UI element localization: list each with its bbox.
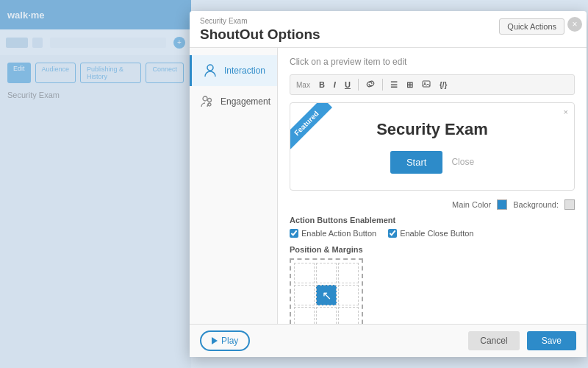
modal-body: Interaction Engagement Click on a previe… [190, 48, 587, 324]
enable-close-checkbox[interactable] [388, 229, 397, 238]
editor-toolbar: Max B I U ☰ ⊞ [290, 74, 575, 95]
pos-cell-0-2[interactable] [338, 263, 359, 283]
preview-close-x[interactable]: × [564, 107, 568, 116]
position-label: Position & Margins [290, 245, 575, 254]
color-row: Main Color Background: [290, 199, 575, 210]
svg-point-0 [207, 65, 213, 71]
modal-nav: Interaction Engagement [190, 48, 278, 324]
enable-close-label: Enable Close Button [400, 229, 473, 238]
engagement-icon [200, 93, 215, 110]
enable-action-checkbox-item[interactable]: Enable Action Button [290, 229, 376, 238]
main-color-swatch[interactable] [497, 199, 507, 210]
pos-cell-2-1[interactable] [316, 307, 337, 324]
svg-point-2 [208, 99, 212, 102]
pos-cell-1-0[interactable] [294, 285, 315, 305]
pos-cell-0-0[interactable] [294, 263, 315, 283]
bold-button[interactable]: B [316, 79, 328, 91]
featured-badge-label: Featured [290, 103, 332, 149]
svg-point-3 [208, 103, 211, 106]
action-buttons-label: Action Buttons Enablement [290, 216, 575, 224]
modal-close-button[interactable]: × [567, 17, 582, 32]
pos-cell-1-1[interactable]: ↖ [316, 285, 337, 305]
underline-button[interactable]: U [342, 79, 354, 91]
modal-content: Click on a preview item to edit Max B I … [278, 48, 587, 324]
preview-card[interactable]: Featured × Security Exam Start Close [290, 102, 575, 191]
position-grid[interactable]: ↖ [290, 258, 363, 324]
main-color-label: Main Color [452, 200, 491, 209]
cancel-button[interactable]: Cancel [468, 331, 519, 350]
cursor-pointer-icon: ↖ [317, 286, 336, 305]
toolbar-divider-2 [382, 79, 383, 91]
italic-button[interactable]: I [331, 79, 339, 91]
svg-rect-4 [423, 81, 430, 87]
modal-header: Security Exam ShoutOut Options Quick Act… [190, 11, 587, 48]
shoutout-options-modal: Security Exam ShoutOut Options Quick Act… [190, 11, 587, 357]
code-button[interactable]: {/} [437, 79, 451, 91]
pos-cell-1-2[interactable] [338, 285, 359, 305]
background-label: Background: [513, 200, 559, 209]
pos-cell-2-2[interactable] [338, 307, 359, 324]
nav-item-engagement[interactable]: Engagement [190, 86, 277, 117]
preview-buttons: Start Close [390, 151, 474, 174]
svg-point-1 [203, 96, 207, 101]
position-section: Position & Margins ↖ [290, 245, 575, 324]
link-icon [366, 79, 375, 88]
play-label: Play [221, 336, 238, 346]
list-button[interactable]: ☰ [387, 79, 401, 91]
nav-item-interaction-label: Interaction [224, 66, 265, 76]
image-button[interactable] [419, 78, 434, 91]
image-icon [422, 79, 431, 88]
enable-close-checkbox-item[interactable]: Enable Close Button [388, 229, 473, 238]
play-icon [212, 337, 218, 344]
save-button[interactable]: Save [527, 331, 576, 350]
action-buttons-section: Action Buttons Enablement Enable Action … [290, 216, 575, 238]
preview-start-button[interactable]: Start [390, 151, 442, 174]
max-label: Max [296, 81, 310, 89]
link-button[interactable] [363, 78, 378, 91]
pos-cell-0-1[interactable] [316, 263, 337, 283]
enable-action-checkbox[interactable] [290, 229, 298, 238]
play-button[interactable]: Play [200, 330, 250, 351]
preview-close-link[interactable]: Close [451, 157, 474, 167]
click-hint: Click on a preview item to edit [290, 57, 575, 67]
action-buttons-checkboxes: Enable Action Button Enable Close Button [290, 229, 575, 238]
preview-card-title[interactable]: Security Exam [376, 120, 488, 139]
pos-cell-2-0[interactable] [294, 307, 315, 324]
interaction-icon [202, 63, 218, 79]
toolbar-divider-1 [358, 79, 359, 91]
enable-action-label: Enable Action Button [301, 229, 376, 238]
quick-actions-button[interactable]: Quick Actions [499, 18, 564, 35]
background-color-swatch[interactable] [564, 199, 575, 210]
featured-badge: Featured [290, 103, 349, 162]
modal-footer: Play Cancel Save [190, 324, 587, 357]
nav-item-interaction[interactable]: Interaction [190, 55, 277, 86]
nav-item-engagement-label: Engagement [220, 96, 270, 107]
table-button[interactable]: ⊞ [404, 79, 416, 91]
